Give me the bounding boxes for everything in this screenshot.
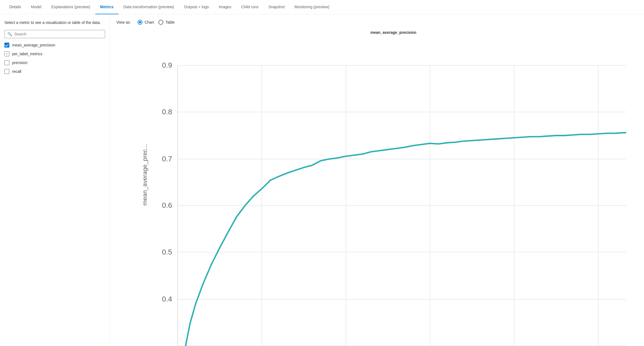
main-layout: Select a metric to see a visualization o… (0, 14, 644, 346)
radio-group: Chart Table (138, 20, 175, 25)
tab-model[interactable]: Model (26, 0, 46, 14)
description-text: Select a metric to see a visualization o… (4, 20, 105, 26)
radio-label-chart: Chart (145, 20, 154, 24)
metric-label-recall: recall (12, 69, 21, 74)
tab-outputs-logs[interactable]: Outputs + logs (179, 0, 214, 14)
search-icon: 🔍 (7, 32, 12, 36)
tab-snapshot[interactable]: Snapshot (264, 0, 290, 14)
tab-data-transformation[interactable]: Data transformation (preview) (119, 0, 179, 14)
chart-container: mean_average_precision (116, 30, 637, 346)
radio-label-table: Table (166, 20, 175, 24)
svg-text:0.4: 0.4 (162, 295, 172, 303)
checkbox-per-label-metrics[interactable] (4, 51, 9, 56)
svg-text:mean_average_prec...: mean_average_prec... (141, 144, 148, 206)
search-box[interactable]: 🔍 (4, 30, 105, 38)
top-nav: Details Model Explanations (preview) Met… (0, 0, 644, 14)
radio-chart[interactable]: Chart (138, 20, 154, 25)
radio-circle-chart[interactable] (138, 20, 142, 25)
view-as-row: View as: Chart Table (116, 20, 637, 25)
search-input[interactable] (14, 32, 102, 36)
checkbox-mean-average-precision[interactable] (4, 43, 9, 48)
svg-text:0.7: 0.7 (162, 155, 172, 163)
metric-item-mean-average-precision[interactable]: mean_average_precision (4, 43, 105, 48)
chart-svg: 0.9 0.8 0.7 0.6 0.5 0.4 0 5 10 15 20 25 … (133, 37, 637, 346)
metric-item-recall[interactable]: recall (4, 69, 105, 74)
svg-text:0.5: 0.5 (162, 248, 172, 256)
view-as-label: View as: (116, 20, 131, 24)
radio-table[interactable]: Table (158, 20, 175, 25)
svg-text:0.9: 0.9 (162, 61, 172, 69)
chart-title: mean_average_precision (149, 30, 637, 35)
metric-item-per-label-metrics[interactable]: per_label_metrics (4, 51, 105, 56)
svg-text:0.6: 0.6 (162, 201, 172, 209)
metric-label-precision: precision (12, 60, 27, 65)
radio-circle-table[interactable] (158, 20, 163, 25)
metric-label-mean-average-precision: mean_average_precision (12, 43, 55, 47)
tab-monitoring[interactable]: Monitoring (preview) (290, 0, 334, 14)
tab-child-runs[interactable]: Child runs (236, 0, 264, 14)
svg-text:0.8: 0.8 (162, 108, 172, 116)
metrics-list: mean_average_precision per_label_metrics… (4, 43, 105, 74)
tab-details[interactable]: Details (4, 0, 26, 14)
tab-metrics[interactable]: Metrics (95, 0, 119, 14)
metric-label-per-label-metrics: per_label_metrics (12, 52, 43, 56)
checkbox-precision[interactable] (4, 60, 9, 65)
left-panel: Select a metric to see a visualization o… (0, 14, 110, 346)
checkbox-recall[interactable] (4, 69, 9, 74)
chart-inner: 0.9 0.8 0.7 0.6 0.5 0.4 0 5 10 15 20 25 … (133, 37, 637, 346)
tab-explanations[interactable]: Explanations (preview) (46, 0, 95, 14)
right-panel: View as: Chart Table mean_average_precis… (110, 14, 644, 346)
metric-item-precision[interactable]: precision (4, 60, 105, 65)
tab-images[interactable]: Images (214, 0, 236, 14)
